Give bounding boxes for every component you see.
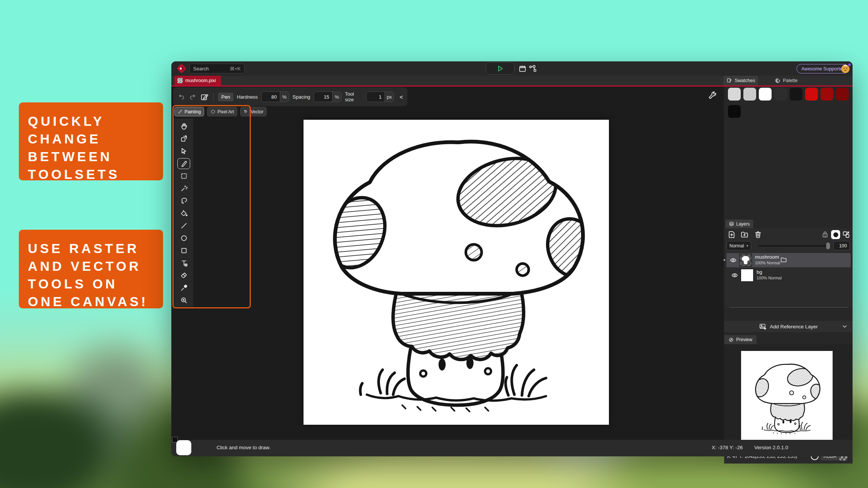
tool-size-value: 1 xyxy=(366,92,384,102)
blend-mode-select[interactable]: Normal ▾ xyxy=(726,241,751,250)
visibility-eye-icon[interactable] xyxy=(731,271,738,279)
layers-icon xyxy=(729,221,734,227)
tool-eraser[interactable] xyxy=(177,270,190,281)
visibility-eye-icon[interactable] xyxy=(729,256,737,264)
chevron-down-icon[interactable] xyxy=(841,323,848,330)
tool-size-input[interactable]: 1 px xyxy=(366,92,394,102)
new-folder-icon[interactable] xyxy=(740,230,749,239)
undo-button[interactable] xyxy=(178,93,185,101)
spacing-label: Spacing xyxy=(293,94,310,100)
layer-name: bg xyxy=(757,269,762,275)
color-swatch[interactable] xyxy=(743,88,756,101)
opacity-slider-thumb[interactable] xyxy=(826,242,830,249)
line-icon xyxy=(180,221,188,230)
toolset-vector-label: Vector xyxy=(250,109,263,114)
layer-folder-icon xyxy=(780,256,787,264)
toolset-pixel-art-label: Pixel Art xyxy=(217,109,234,114)
tool-ellipse[interactable] xyxy=(177,233,190,244)
spacing-input[interactable]: 15 % xyxy=(314,92,342,102)
tool-zoom[interactable] xyxy=(177,295,190,306)
hardness-label: Hardness xyxy=(237,94,258,100)
toolset-pixel-art[interactable]: Pixel Art xyxy=(207,107,237,116)
tool-move[interactable] xyxy=(177,146,190,157)
play-button[interactable] xyxy=(486,63,514,75)
color-swatch[interactable] xyxy=(821,88,833,101)
tool-fill[interactable] xyxy=(177,208,190,219)
tool-rectangle-select[interactable] xyxy=(177,171,190,181)
color-swatch[interactable] xyxy=(836,88,849,101)
color-swatch[interactable] xyxy=(805,88,818,101)
tool-hand[interactable] xyxy=(177,121,190,132)
hardness-input[interactable]: 80 % xyxy=(261,92,289,102)
color-swatch[interactable] xyxy=(790,88,802,101)
redo-button[interactable] xyxy=(189,93,196,101)
layer-meta: 100% Normal xyxy=(757,276,782,280)
add-reference-image-icon xyxy=(759,323,767,331)
layer-row-mushroom[interactable]: ▸ mushroom 100% Normal xyxy=(726,253,851,267)
play-icon xyxy=(496,65,504,72)
layer-meta: 100% Normal xyxy=(755,261,780,265)
color-swatch[interactable] xyxy=(728,105,741,118)
tool-magic-wand[interactable] xyxy=(177,183,190,194)
swatches-icon xyxy=(726,78,732,84)
color-swatch[interactable] xyxy=(728,88,741,101)
drawing-canvas[interactable] xyxy=(304,120,609,425)
pass-through-icon[interactable] xyxy=(842,230,851,239)
add-reference-layer-button[interactable]: Add Reference Layer xyxy=(724,321,853,332)
layer-row-bg[interactable]: bg 100% Normal xyxy=(728,268,849,282)
color-swatch[interactable] xyxy=(759,88,772,101)
tool-lasso[interactable] xyxy=(177,195,190,206)
pixieditor-logo-icon xyxy=(176,63,187,74)
opacity-value[interactable]: 100 xyxy=(833,241,850,250)
palette-tab-label: Palette xyxy=(783,78,798,83)
layers-divider xyxy=(729,307,848,308)
magic-wand-icon xyxy=(180,184,188,193)
toolset-painting[interactable]: Painting xyxy=(174,107,204,116)
toolset-vector[interactable]: Vector xyxy=(240,107,267,116)
app-window: Search ⌘+K Awesome Supporter xyxy=(171,61,853,456)
settings-wrench-icon[interactable] xyxy=(708,91,717,101)
app-version: Version 2.0.1.0 xyxy=(754,445,788,450)
rotate-view-icon xyxy=(180,134,188,143)
opacity-slider[interactable] xyxy=(758,245,829,247)
search-input[interactable]: Search ⌘+K xyxy=(189,64,244,73)
lock-alpha-icon[interactable]: a xyxy=(821,230,830,239)
node-graph-icon[interactable] xyxy=(528,64,537,73)
tool-rail xyxy=(174,119,193,307)
tab-document[interactable]: mushroom.pixi xyxy=(174,76,221,85)
chevron-down-icon: ▾ xyxy=(746,244,748,248)
edit-document-button[interactable] xyxy=(200,92,209,102)
blend-mode-value: Normal xyxy=(729,243,744,249)
search-placeholder: Search xyxy=(193,66,209,72)
tool-pen[interactable] xyxy=(177,158,190,169)
toolbar-collapse-button[interactable]: < xyxy=(400,94,403,100)
mask-dot xyxy=(833,232,838,237)
tool-text[interactable] xyxy=(177,258,190,268)
animation-clapperboard-icon[interactable] xyxy=(518,64,527,73)
tool-line[interactable] xyxy=(177,220,190,231)
tool-size-unit: px xyxy=(384,92,394,102)
rectangle-icon xyxy=(180,246,188,255)
new-layer-icon[interactable] xyxy=(727,230,736,239)
hardness-value: 80 xyxy=(262,92,280,102)
mask-toggle-button[interactable] xyxy=(831,230,840,239)
tool-rotate-view[interactable] xyxy=(177,133,190,144)
user-avatar[interactable] xyxy=(840,63,851,74)
delete-layer-icon[interactable] xyxy=(754,230,763,239)
tab-palette[interactable]: Palette xyxy=(772,76,801,85)
zoom-icon xyxy=(180,296,188,305)
document-tab-label: mushroom.pixi xyxy=(185,78,216,83)
canvas-viewport[interactable]: Pen Hardness 80 % Spacing 15 % Tool size… xyxy=(171,87,723,440)
layer-expand-icon[interactable]: ▸ xyxy=(724,258,726,262)
active-tool-label: Pen xyxy=(218,93,233,101)
color-swatch[interactable] xyxy=(774,88,787,101)
preview-tab[interactable]: Preview xyxy=(724,335,757,344)
pen-icon xyxy=(180,159,188,168)
right-panel: Layers a xyxy=(724,87,853,440)
tool-rectangle[interactable] xyxy=(177,245,190,256)
preview-area xyxy=(724,344,853,448)
move-cursor-icon xyxy=(180,147,188,156)
layers-tab[interactable]: Layers xyxy=(725,220,753,228)
tool-color-picker[interactable] xyxy=(177,282,190,293)
tab-swatches[interactable]: Swatches xyxy=(723,76,758,85)
